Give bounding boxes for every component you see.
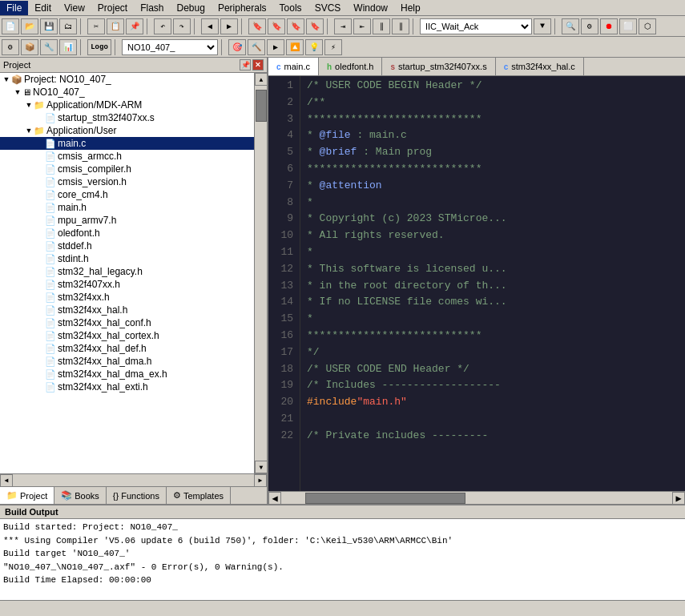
tree-item-4[interactable]: ▼📁Application/User <box>0 124 254 137</box>
tree-item-5[interactable]: 📄main.c <box>0 137 254 150</box>
proj-tab-books[interactable]: 📚 Books <box>54 487 107 504</box>
project-pin-btn[interactable]: 📌 <box>240 59 251 70</box>
tree-item-17[interactable]: 📄stm32f4xx.h <box>0 291 254 304</box>
redo-btn[interactable]: ↷ <box>173 18 191 34</box>
code-line-3[interactable]: **************************** <box>307 111 685 128</box>
tree-item-24[interactable]: 📄stm32f4xx_hal_exti.h <box>0 380 254 393</box>
search-btn[interactable]: 🔍 <box>562 18 579 34</box>
proj-tab-templates[interactable]: ⚙ Templates <box>167 487 231 504</box>
hscroll-right-btn[interactable]: ▶ <box>254 474 267 487</box>
t2-btn2[interactable]: 📦 <box>21 39 38 55</box>
t2-btn3[interactable]: 🔧 <box>40 39 58 55</box>
t2-btn4[interactable]: 📊 <box>59 39 77 55</box>
code-line-4[interactable]: * @file : main.c <box>307 127 685 144</box>
t2-btn7[interactable]: ▶ <box>267 39 284 55</box>
code-line-1[interactable]: /* USER CODE BEGIN Header */ <box>307 78 685 95</box>
menu-help[interactable]: Help <box>394 1 427 15</box>
open-btn[interactable]: 📂 <box>21 18 38 34</box>
code-line-5[interactable]: * @brief : Main prog <box>307 144 685 161</box>
tree-item-12[interactable]: 📄oledfont.h <box>0 227 254 240</box>
code-line-8[interactable]: * <box>307 195 685 211</box>
menu-peripherals[interactable]: Peripherals <box>212 1 273 15</box>
tree-item-20[interactable]: 📄stm32f4xx_hal_cortex.h <box>0 329 254 342</box>
vscroll-down-btn[interactable]: ▼ <box>255 461 267 473</box>
code-line-19[interactable]: /* Includes ------------------- <box>307 377 685 394</box>
menu-file[interactable]: File <box>0 1 28 15</box>
tree-item-2[interactable]: ▼📁Application/MDK-ARM <box>0 99 254 111</box>
code-line-14[interactable]: * If no LICENSE file comes wi... <box>307 294 685 311</box>
editor-tab-oledfont[interactable]: h oledfont.h <box>319 58 382 75</box>
code-line-15[interactable]: * <box>307 311 685 328</box>
build-output-content[interactable]: Build started: Project: NO10_407_*** Usi… <box>0 519 685 600</box>
tree-item-16[interactable]: 📄stm32f407xx.h <box>0 278 254 291</box>
editor-tab-mainc[interactable]: c main.c <box>268 58 319 75</box>
tree-item-19[interactable]: 📄stm32f4xx_hal_conf.h <box>0 316 254 329</box>
menu-svcs[interactable]: SVCS <box>308 1 348 15</box>
tree-item-9[interactable]: 📄core_cm4.h <box>0 188 254 201</box>
tree-item-22[interactable]: 📄stm32f4xx_hal_dma.h <box>0 355 254 368</box>
code-line-11[interactable]: * <box>307 244 685 261</box>
tree-item-1[interactable]: ▼🖥NO10_407_ <box>0 86 254 99</box>
code-line-20[interactable]: #include "main.h" <box>307 394 685 411</box>
bookmark2-btn[interactable]: 🔖 <box>268 18 285 34</box>
editor-tab-startup[interactable]: s startup_stm32f407xx.s <box>382 58 495 75</box>
tree-toggle-2[interactable]: ▼ <box>24 101 34 109</box>
menu-edit[interactable]: Edit <box>28 1 58 15</box>
indent2-btn[interactable]: ⇤ <box>353 18 371 34</box>
combo-dd[interactable]: ▼ <box>534 18 551 34</box>
menu-project[interactable]: Project <box>91 1 134 15</box>
code-line-22[interactable]: /* Private includes --------- <box>307 428 685 445</box>
tree-item-6[interactable]: 📄cmsis_armcc.h <box>0 150 254 163</box>
tree-item-21[interactable]: 📄stm32f4xx_hal_def.h <box>0 342 254 355</box>
ed-hscroll-right[interactable]: ▶ <box>672 492 685 505</box>
project-close-btn[interactable]: ✕ <box>252 59 264 70</box>
t2-btn6[interactable]: 🔨 <box>248 39 265 55</box>
t2-btn8[interactable]: 🔼 <box>286 39 304 55</box>
indent-btn[interactable]: ⇥ <box>334 18 352 34</box>
code-content[interactable]: /* USER CODE BEGIN Header *//** ********… <box>300 76 685 491</box>
t2-btn1[interactable]: ⚙ <box>2 39 19 55</box>
code-line-7[interactable]: * @attention <box>307 178 685 195</box>
tree-toggle-0[interactable]: ▼ <box>2 75 11 83</box>
cut-btn[interactable]: ✂ <box>87 18 105 34</box>
tree-item-14[interactable]: 📄stdint.h <box>0 252 254 265</box>
menu-window[interactable]: Window <box>347 1 394 15</box>
editor-content[interactable]: 12345678910111213141516171819202122 /* U… <box>268 76 685 491</box>
tree-item-11[interactable]: 📄mpu_armv7.h <box>0 214 254 227</box>
t2-btn5[interactable]: 🎯 <box>228 39 246 55</box>
target-combo[interactable]: IIC_Wait_Ack <box>420 18 532 34</box>
back-btn[interactable]: ◀ <box>201 18 219 34</box>
proj-tab-functions[interactable]: {} Functions <box>107 487 167 504</box>
code-line-10[interactable]: * All rights reserved. <box>307 227 685 244</box>
tree-item-10[interactable]: 📄main.h <box>0 201 254 214</box>
menu-view[interactable]: View <box>58 1 91 15</box>
new-btn[interactable]: 📄 <box>2 18 19 34</box>
code-line-21[interactable] <box>307 411 685 428</box>
editor-tab-hal[interactable]: c stm32f4xx_hal.c <box>496 58 584 75</box>
code-line-2[interactable]: /** <box>307 95 685 111</box>
save-btn[interactable]: 💾 <box>40 18 58 34</box>
col2-btn[interactable]: ∥ <box>392 18 409 34</box>
tree-item-18[interactable]: 📄stm32f4xx_hal.h <box>0 304 254 316</box>
code-line-16[interactable]: **************************** <box>307 328 685 344</box>
vscroll-thumb[interactable] <box>256 90 267 122</box>
undo-btn[interactable]: ↶ <box>154 18 171 34</box>
tree-toggle-1[interactable]: ▼ <box>13 88 22 96</box>
tree-item-7[interactable]: 📄cmsis_compiler.h <box>0 163 254 175</box>
tree-toggle-4[interactable]: ▼ <box>24 127 34 135</box>
code-line-13[interactable]: * in the root directory of th... <box>307 278 685 295</box>
ed-hscroll-thumb[interactable] <box>305 493 465 504</box>
save-all-btn[interactable]: 🗂 <box>59 18 77 34</box>
cpu-btn[interactable]: ⚙ <box>581 18 598 34</box>
tree-item-8[interactable]: 📄cmsis_version.h <box>0 175 254 188</box>
project-tree[interactable]: ▼📦Project: NO10_407_▼🖥NO10_407_▼📁Applica… <box>0 73 254 473</box>
t2-btn9[interactable]: 💡 <box>305 39 323 55</box>
tree-item-15[interactable]: 📄stm32_hal_legacy.h <box>0 265 254 278</box>
bookmark3-btn[interactable]: 🔖 <box>287 18 304 34</box>
ed-hscroll-left[interactable]: ◀ <box>268 492 281 505</box>
t2-btn10[interactable]: ⚡ <box>324 39 342 55</box>
vscroll-up-btn[interactable]: ▲ <box>255 73 267 86</box>
dbg2-btn[interactable]: ⬜ <box>619 18 637 34</box>
code-line-6[interactable]: **************************** <box>307 161 685 178</box>
dbg-btn[interactable]: ⏺ <box>600 18 618 34</box>
